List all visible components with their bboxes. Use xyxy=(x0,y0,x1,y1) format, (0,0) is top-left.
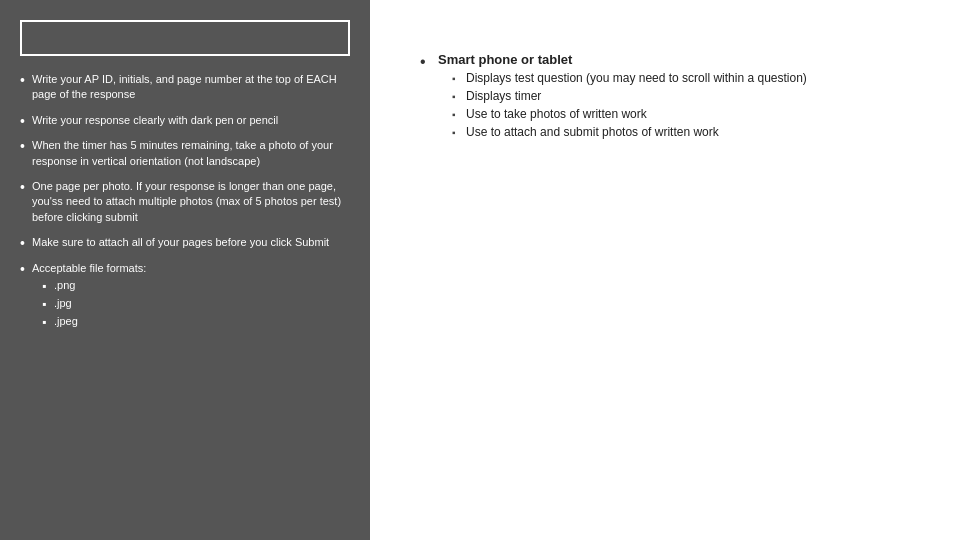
bullet-dot-4: • xyxy=(20,236,32,250)
bullet-dot-1: • xyxy=(20,114,32,128)
exam-sub-text-0-3: Use to attach and submit photos of writt… xyxy=(466,125,719,139)
sub-bullet-item-5-0: ▪.png xyxy=(42,278,350,295)
exam-sub-item-0-0: ▪Displays test question (you may need to… xyxy=(452,71,807,85)
bullet-text-5: Acceptable file formats:▪.png▪.jpg▪.jpeg xyxy=(32,261,350,332)
bullet-text-2: When the timer has 5 minutes remaining, … xyxy=(32,138,350,169)
bullet-text-3: One page per photo. If your response is … xyxy=(32,179,350,225)
title-box xyxy=(20,20,350,56)
bullet-dot-3: • xyxy=(20,180,32,194)
bullet-text-0: Write your AP ID, initials, and page num… xyxy=(32,72,350,103)
left-bullet-item-5: •Acceptable file formats:▪.png▪.jpg▪.jpe… xyxy=(20,261,350,332)
exam-sub-text-0-0: Displays test question (you may need to … xyxy=(466,71,807,85)
sub-text-5-2: .jpeg xyxy=(54,314,78,329)
sub-dot-5-1: ▪ xyxy=(42,296,54,313)
bullet-dot-5: • xyxy=(20,262,32,276)
left-bullet-item-2: •When the timer has 5 minutes remaining,… xyxy=(20,138,350,169)
exam-sub-dot-0-1: ▪ xyxy=(452,91,466,102)
exam-dot-0: • xyxy=(420,53,438,71)
bullet-text-1: Write your response clearly with dark pe… xyxy=(32,113,350,128)
left-bullet-item-3: •One page per photo. If your response is… xyxy=(20,179,350,225)
bullet-text-4: Make sure to attach all of your pages be… xyxy=(32,235,350,250)
sub-text-5-0: .png xyxy=(54,278,75,293)
exam-sub-item-0-3: ▪Use to attach and submit photos of writ… xyxy=(452,125,807,139)
exam-list-item-0: •Smart phone or tablet▪Displays test que… xyxy=(420,52,920,143)
sub-bullet-list-5: ▪.png▪.jpg▪.jpeg xyxy=(32,278,350,330)
exam-sub-dot-0-3: ▪ xyxy=(452,127,466,138)
left-bullet-item-0: •Write your AP ID, initials, and page nu… xyxy=(20,72,350,103)
exam-sub-dot-0-0: ▪ xyxy=(452,73,466,84)
left-panel: •Write your AP ID, initials, and page nu… xyxy=(0,0,370,540)
left-bullet-item-4: •Make sure to attach all of your pages b… xyxy=(20,235,350,250)
right-panel: •Smart phone or tablet▪Displays test que… xyxy=(370,0,960,540)
exam-list: •Smart phone or tablet▪Displays test que… xyxy=(420,52,920,149)
left-bullet-item-1: •Write your response clearly with dark p… xyxy=(20,113,350,128)
exam-sub-text-0-1: Displays timer xyxy=(466,89,541,103)
exam-sub-text-0-2: Use to take photos of written work xyxy=(466,107,647,121)
exam-sub-dot-0-2: ▪ xyxy=(452,109,466,120)
sub-bullet-item-5-1: ▪.jpg xyxy=(42,296,350,313)
sub-dot-5-0: ▪ xyxy=(42,278,54,295)
exam-sub-item-0-1: ▪Displays timer xyxy=(452,89,807,103)
exam-sub-item-0-2: ▪Use to take photos of written work xyxy=(452,107,807,121)
sub-text-5-1: .jpg xyxy=(54,296,72,311)
bullet-dot-0: • xyxy=(20,73,32,87)
exam-sub-list-0: ▪Displays test question (you may need to… xyxy=(438,71,807,139)
left-bullet-list: •Write your AP ID, initials, and page nu… xyxy=(0,72,370,540)
sub-dot-5-2: ▪ xyxy=(42,314,54,331)
sub-bullet-item-5-2: ▪.jpeg xyxy=(42,314,350,331)
exam-item-wrapper-0: Smart phone or tablet▪Displays test ques… xyxy=(438,52,807,143)
exam-item-label-0: Smart phone or tablet xyxy=(438,52,572,67)
bullet-dot-2: • xyxy=(20,139,32,153)
